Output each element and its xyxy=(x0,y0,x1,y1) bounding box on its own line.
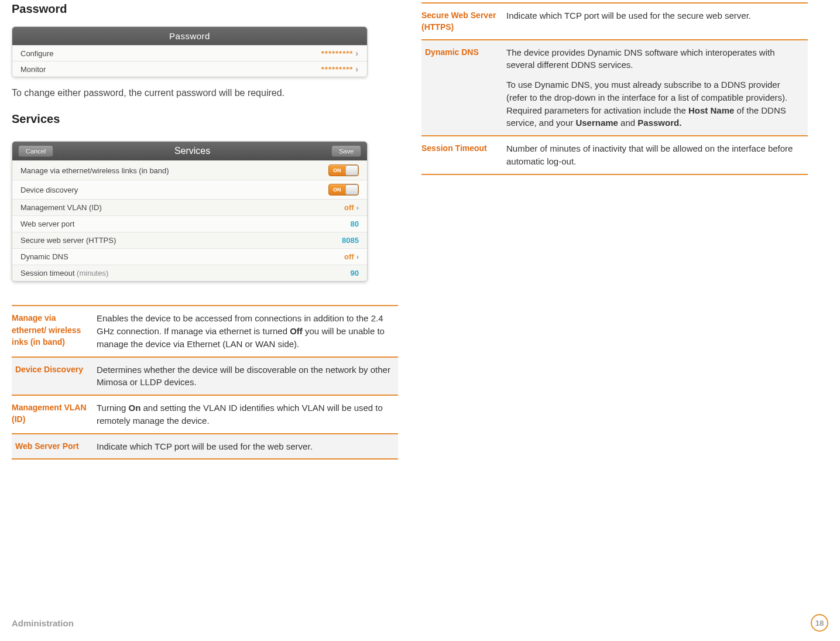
chevron-right-icon: › xyxy=(355,49,359,58)
def-term: Session Timeout xyxy=(421,136,506,174)
services-heading: Services xyxy=(12,112,398,126)
toggle-knob xyxy=(345,184,358,195)
password-row-label: Monitor xyxy=(20,65,46,74)
page-number-badge: 18 xyxy=(811,614,828,632)
password-note: To change either password, the current p… xyxy=(12,87,398,100)
def-row-discovery: Device Discovery Determines whether the … xyxy=(12,357,398,396)
bold: Password. xyxy=(637,118,681,128)
def-row-vlan: Management VLAN (ID) Turning On and sett… xyxy=(12,395,398,434)
def-desc: Determines whether the device will be di… xyxy=(97,357,398,396)
service-label: Secure web server (HTTPS) xyxy=(20,236,116,245)
def-term: Dynamic DNS xyxy=(421,40,506,136)
service-value: 80 xyxy=(351,220,359,228)
definitions-right: Secure Web Server (HTTPS) Indicate which… xyxy=(421,2,808,175)
service-row-timeout[interactable]: Session timeout (minutes) 90 xyxy=(12,265,367,281)
label-muted: (minutes) xyxy=(77,269,108,277)
def-desc: Enables the device to be accessed from c… xyxy=(97,306,398,357)
def-row-timeout: Session Timeout Number of minutes of ina… xyxy=(421,136,808,174)
service-row-vlan[interactable]: Management VLAN (ID) off › xyxy=(12,199,367,215)
toggle-manage[interactable]: ON xyxy=(328,164,359,176)
password-panel-title: Password xyxy=(12,27,367,45)
def-desc: Number of minutes of inactivity that wil… xyxy=(506,136,808,174)
save-button[interactable]: Save xyxy=(331,145,361,157)
password-row-label: Configure xyxy=(20,49,53,58)
service-value: 90 xyxy=(351,269,359,277)
def-term: Management VLAN (ID) xyxy=(12,395,97,434)
password-row-value: ********* › xyxy=(321,49,359,58)
value-text: off xyxy=(344,203,354,212)
toggle-on-text: ON xyxy=(333,187,341,193)
service-label: Device discovery xyxy=(20,186,78,194)
chevron-right-icon: › xyxy=(356,252,359,261)
def-row-https: Secure Web Server (HTTPS) Indicate which… xyxy=(421,3,808,40)
chevron-right-icon: › xyxy=(355,64,359,74)
service-label: Dynamic DNS xyxy=(20,252,68,261)
def-term: Device Discovery xyxy=(12,357,97,396)
service-row-webport[interactable]: Web server port 80 xyxy=(12,215,367,232)
service-value: off › xyxy=(344,252,359,261)
def-desc: Turning On and setting the VLAN ID ident… xyxy=(97,395,398,434)
service-label: Management VLAN (ID) xyxy=(20,203,102,212)
password-heading: Password xyxy=(12,2,398,16)
service-label: Manage via ethernet/wireless links (in b… xyxy=(20,166,169,175)
def-desc: Indicate which TCP port will be used for… xyxy=(97,434,398,460)
bold: Username xyxy=(575,118,618,128)
bold: Host Name xyxy=(688,105,734,115)
footer-section: Administration xyxy=(12,618,74,628)
bold: Off xyxy=(290,326,303,336)
toggle-knob xyxy=(345,165,358,176)
value-text: off xyxy=(344,252,354,261)
cancel-button[interactable]: Cancel xyxy=(18,145,53,157)
service-label: Web server port xyxy=(20,220,74,228)
page-footer: Administration 18 xyxy=(12,614,828,632)
text: and xyxy=(618,118,637,128)
def-row-ddns: Dynamic DNS The device provides Dynamic … xyxy=(421,40,808,136)
def-row-webport: Web Server Port Indicate which TCP port … xyxy=(12,434,398,460)
def-term: Web Server Port xyxy=(12,434,97,460)
def-desc: Indicate which TCP port will be used for… xyxy=(506,3,808,40)
services-panel-title: Services xyxy=(53,146,331,156)
def-desc: The device provides Dynamic DNS software… xyxy=(506,40,808,136)
para: To use Dynamic DNS, you must already sub… xyxy=(506,78,803,129)
password-row-value: ********* › xyxy=(321,64,359,74)
chevron-right-icon: › xyxy=(356,203,359,212)
password-row-monitor[interactable]: Monitor ********* › xyxy=(12,61,367,77)
toggle-discovery[interactable]: ON xyxy=(328,184,359,196)
def-term: Manage via ethernet/ wireless inks (in b… xyxy=(12,306,97,357)
def-term: Secure Web Server (HTTPS) xyxy=(421,3,506,40)
text: Turning xyxy=(97,403,128,413)
service-value: 8085 xyxy=(342,236,359,245)
service-row-https[interactable]: Secure web server (HTTPS) 8085 xyxy=(12,232,367,248)
service-label: Session timeout (minutes) xyxy=(20,269,108,277)
password-row-configure[interactable]: Configure ********* › xyxy=(12,45,367,61)
service-value: off › xyxy=(344,203,359,212)
toggle-on-text: ON xyxy=(333,167,341,173)
password-masked: ********* xyxy=(321,65,354,74)
services-panel-header: Cancel Services Save xyxy=(12,142,367,160)
definitions-left: Manage via ethernet/ wireless inks (in b… xyxy=(12,305,398,460)
services-panel: Cancel Services Save Manage via ethernet… xyxy=(12,141,368,282)
service-row-discovery: Device discovery ON xyxy=(12,180,367,199)
password-panel: Password Configure ********* › Monitor *… xyxy=(12,26,368,77)
label-main: Session timeout xyxy=(20,269,77,277)
para: The device provides Dynamic DNS software… xyxy=(506,46,803,72)
service-row-manage: Manage via ethernet/wireless links (in b… xyxy=(12,160,367,180)
def-row-manage: Manage via ethernet/ wireless inks (in b… xyxy=(12,306,398,357)
service-row-ddns[interactable]: Dynamic DNS off › xyxy=(12,248,367,265)
bold: On xyxy=(128,403,140,413)
password-masked: ********* xyxy=(321,49,354,58)
